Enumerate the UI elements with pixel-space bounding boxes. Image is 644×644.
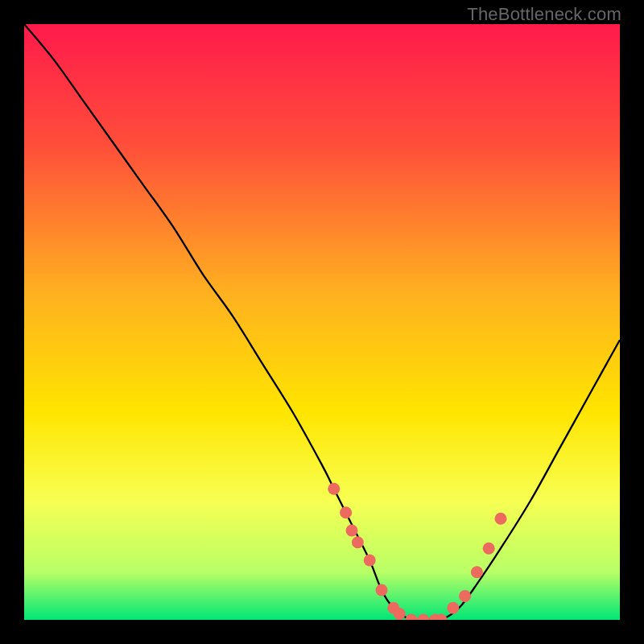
sweet-spot-dot bbox=[394, 608, 406, 620]
sweet-spot-dot bbox=[328, 483, 340, 495]
sweet-spot-dot bbox=[483, 543, 495, 555]
sweet-spot-dot bbox=[340, 506, 352, 518]
heat-gradient-background bbox=[24, 24, 620, 620]
sweet-spot-dot bbox=[352, 536, 364, 548]
sweet-spot-dot bbox=[471, 566, 483, 578]
attribution-watermark: TheBottleneck.com bbox=[467, 4, 621, 25]
sweet-spot-dot bbox=[364, 555, 376, 567]
sweet-spot-dot bbox=[447, 602, 459, 614]
bottleneck-chart-svg bbox=[24, 24, 620, 620]
sweet-spot-dot bbox=[495, 513, 507, 525]
plot-area bbox=[24, 24, 620, 620]
sweet-spot-dot bbox=[346, 525, 358, 537]
sweet-spot-dot bbox=[459, 590, 471, 602]
chart-frame: TheBottleneck.com bbox=[0, 0, 644, 644]
sweet-spot-dot bbox=[376, 584, 388, 597]
